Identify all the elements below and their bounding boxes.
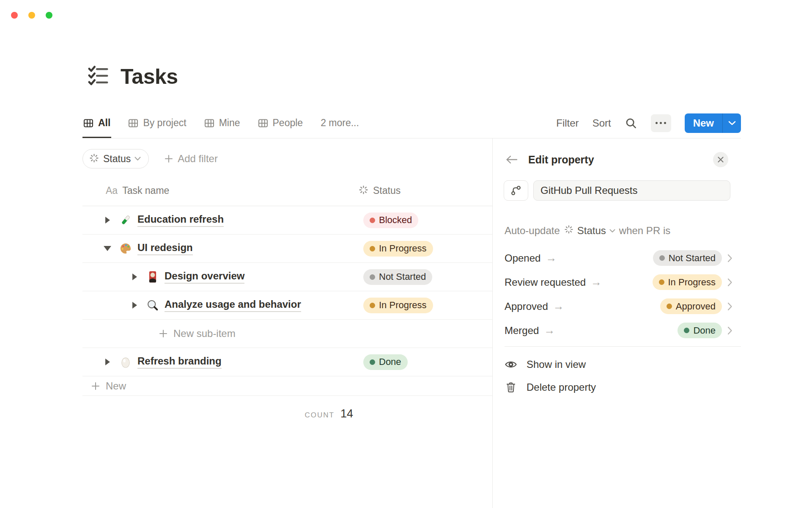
tab-label: All xyxy=(98,117,110,129)
arrow-right-icon: → xyxy=(553,300,564,313)
new-sub-item-row[interactable]: New sub-item xyxy=(82,320,492,348)
property-name-input[interactable] xyxy=(533,180,730,201)
view-toolbar: Filter Sort New xyxy=(556,113,741,133)
count-label[interactable]: COUNT xyxy=(305,411,335,420)
zoom-window-button[interactable] xyxy=(46,12,52,19)
chevron-right-icon xyxy=(727,302,732,311)
tab-label: Mine xyxy=(219,117,240,129)
mapping-status-select[interactable]: Approved xyxy=(660,298,732,314)
tab-more-views[interactable]: 2 more... xyxy=(320,108,360,138)
mapping-status-select[interactable]: Done xyxy=(678,323,732,338)
task-link[interactable]: Design overview xyxy=(165,270,244,284)
table-row: UI redesign In Progress xyxy=(82,235,492,263)
status-dot xyxy=(370,246,375,251)
panel-title: Edit property xyxy=(528,154,594,166)
new-task-row[interactable]: New xyxy=(82,376,492,396)
git-branch-icon xyxy=(510,185,522,196)
page-header: Tasks xyxy=(87,64,178,89)
plus-icon xyxy=(159,329,168,338)
new-task-label: New xyxy=(106,380,126,392)
view-tabs: All By project Mine People 2 more... xyxy=(82,108,360,138)
expand-toggle[interactable] xyxy=(128,273,141,280)
tab-label: 2 more... xyxy=(321,117,359,129)
filter-button[interactable]: Filter xyxy=(556,117,579,129)
checklist-icon xyxy=(87,64,110,89)
edit-property-panel: Edit property Auto-update Status when P xyxy=(493,138,741,508)
status-badge: In Progress xyxy=(653,274,722,290)
table-row: Design overview Not Started xyxy=(82,263,492,291)
magnifier-emoji xyxy=(146,298,159,312)
status-badge: Not Started xyxy=(653,250,722,266)
expand-toggle[interactable] xyxy=(101,359,114,365)
delete-property-label: Delete property xyxy=(527,381,596,393)
expand-toggle[interactable] xyxy=(128,302,141,309)
tab-label: People xyxy=(273,117,303,129)
status-filter-chip[interactable]: Status xyxy=(82,149,149,168)
new-button-label[interactable]: New xyxy=(685,113,722,133)
table-row: Refresh branding Done xyxy=(82,348,492,376)
tab-label: By project xyxy=(143,117,186,129)
show-in-view-button[interactable]: Show in view xyxy=(505,353,732,376)
mapping-row-approved: Approved → Approved xyxy=(505,294,732,318)
chevron-right-icon xyxy=(727,278,732,287)
add-filter-label: Add filter xyxy=(178,153,218,165)
ellipsis-icon xyxy=(656,122,666,124)
tab-mine[interactable]: Mine xyxy=(203,108,241,138)
new-button-dropdown[interactable] xyxy=(722,113,741,133)
sort-button[interactable]: Sort xyxy=(593,117,611,129)
status-dot xyxy=(370,274,375,280)
status-badge[interactable]: Not Started xyxy=(363,269,432,285)
column-status[interactable]: Status xyxy=(373,185,401,196)
table-row: Analyze usage and behavior In Progress xyxy=(82,291,492,320)
plus-icon xyxy=(91,381,100,391)
add-filter-button[interactable]: Add filter xyxy=(164,153,218,165)
section-divider xyxy=(505,346,741,347)
more-options-button[interactable] xyxy=(651,114,671,132)
minimize-window-button[interactable] xyxy=(28,12,35,19)
close-window-button[interactable] xyxy=(11,12,18,19)
status-badge[interactable]: In Progress xyxy=(363,298,433,313)
egg-emoji xyxy=(119,355,132,369)
status-filter-label: Status xyxy=(103,153,131,165)
status-badge[interactable]: Done xyxy=(363,354,408,370)
property-name-row xyxy=(504,180,730,201)
close-panel-button[interactable] xyxy=(713,152,728,167)
status-badge: Approved xyxy=(660,298,722,314)
status-dot xyxy=(370,303,375,308)
show-in-view-label: Show in view xyxy=(527,359,586,370)
close-icon xyxy=(717,156,724,163)
property-icon-button[interactable] xyxy=(504,180,528,201)
arrow-right-icon: → xyxy=(546,251,557,265)
task-link[interactable]: Refresh branding xyxy=(137,355,222,369)
tab-by-project[interactable]: By project xyxy=(127,108,187,138)
status-badge[interactable]: Blocked xyxy=(363,213,418,228)
property-actions: Show in view Delete property xyxy=(505,353,732,399)
column-task-name[interactable]: Task name xyxy=(122,185,169,196)
palette-emoji xyxy=(119,242,132,255)
auto-update-property-select[interactable]: Status xyxy=(564,224,615,237)
chevron-down-icon xyxy=(609,229,615,233)
search-icon[interactable] xyxy=(625,117,637,130)
tab-all[interactable]: All xyxy=(82,108,111,138)
eye-icon xyxy=(505,359,517,370)
collapse-toggle[interactable] xyxy=(101,246,114,251)
mapping-status-select[interactable]: In Progress xyxy=(653,274,733,290)
panel-header: Edit property xyxy=(505,150,728,169)
filter-bar: Status Add filter xyxy=(82,149,218,168)
auto-update-property-label: Status xyxy=(577,225,606,237)
page-title: Tasks xyxy=(121,64,178,89)
status-badge[interactable]: In Progress xyxy=(363,241,433,257)
back-arrow-icon[interactable] xyxy=(505,155,518,165)
count-value: 14 xyxy=(340,407,353,420)
expand-toggle[interactable] xyxy=(101,217,114,224)
task-link[interactable]: UI redesign xyxy=(137,242,193,255)
task-link[interactable]: Education refresh xyxy=(137,213,224,227)
task-link[interactable]: Analyze usage and behavior xyxy=(165,298,301,312)
mapping-status-select[interactable]: Not Started xyxy=(653,250,732,266)
arrow-right-icon: → xyxy=(591,276,602,289)
view-tabbar: All By project Mine People 2 more... Fil… xyxy=(82,108,741,138)
delete-property-button[interactable]: Delete property xyxy=(505,376,732,399)
text-property-icon: Aa xyxy=(106,185,118,196)
tab-people[interactable]: People xyxy=(257,108,304,138)
arrow-right-icon: → xyxy=(544,324,555,337)
